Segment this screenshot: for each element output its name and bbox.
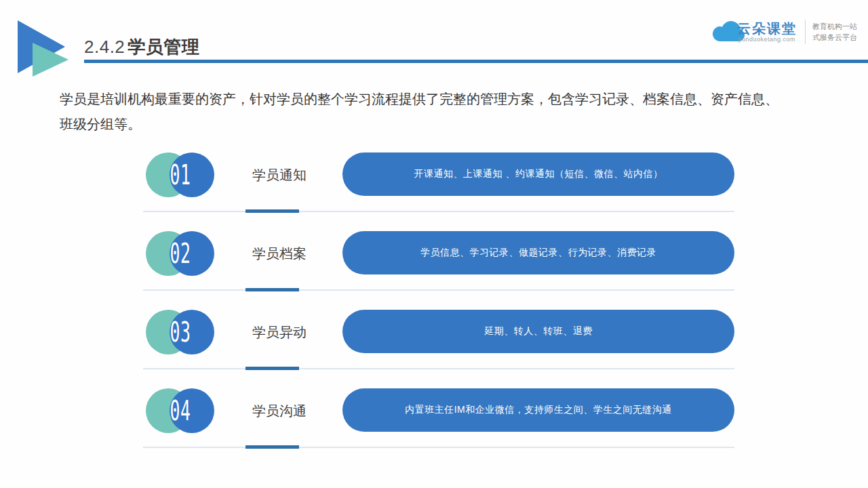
feature-list: 01 学员通知 开课通知、上课通知 、约课通知（短信、微信、站内信） 02 学员… [139,148,734,463]
page-title-text: 学员管理 [127,37,199,57]
feature-row-notify: 01 学员通知 开课通知、上课通知 、约课通知（短信、微信、站内信） [139,148,734,227]
number-badge: 02 [146,231,215,276]
title-underline [84,60,868,63]
slide-corner-logo [16,16,73,80]
intro-line-1: 学员是培训机构最重要的资产，针对学员的整个学习流程提供了完整的管理方案，包含学习… [60,87,829,112]
intro-paragraph: 学员是培训机构最重要的资产，针对学员的整个学习流程提供了完整的管理方案，包含学习… [60,87,829,137]
brand-domain: yunduoketang.com [737,36,797,43]
page-title: 2.4.2学员管理 [84,35,199,59]
feature-label: 学员档案 [242,245,317,263]
feature-row-communication: 04 学员沟通 内置班主任IM和企业微信，支持师生之间、学生之间无缝沟通 [139,384,734,463]
feature-description-pill: 开课通知、上课通知 、约课通知（短信、微信、站内信） [342,152,734,196]
badge-number: 01 [167,152,195,197]
badge-number: 02 [167,231,195,276]
feature-description-pill: 内置班主任IM和企业微信，支持师生之间、学生之间无缝沟通 [342,388,734,432]
slide-student-management: { "page": { "title_prefix": "2.4.2", "ti… [0,0,868,488]
badge-number: 04 [167,388,195,433]
feature-row-transfer: 03 学员异动 延期、转人、转班、退费 [139,306,734,384]
feature-label: 学员沟通 [242,402,317,420]
row-divider [143,288,734,291]
feature-description-pill: 学员信息、学习记录、做题记录、行为记录、消费记录 [342,231,734,274]
number-badge: 03 [146,310,215,354]
number-badge: 01 [146,152,215,197]
row-divider [143,209,734,213]
badge-number: 03 [167,310,195,354]
brand-logo: 云朵课堂 yunduoketang.com 教育机构一站 式服务云平台 [711,19,857,45]
feature-description-pill: 延期、转人、转班、退费 [342,310,734,353]
row-divider [143,445,734,449]
brand-name: 云朵课堂 [737,21,797,36]
feature-label: 学员通知 [242,166,317,184]
intro-line-2: 班级分组等。 [60,112,829,137]
feature-row-archive: 02 学员档案 学员信息、学习记录、做题记录、行为记录、消费记录 [139,227,734,306]
page-title-number: 2.4.2 [84,37,125,57]
brand-divider [805,20,806,44]
brand-tagline: 教育机构一站 式服务云平台 [812,21,857,43]
number-badge: 04 [146,388,215,433]
feature-label: 学员异动 [242,323,317,342]
row-divider [143,367,734,370]
